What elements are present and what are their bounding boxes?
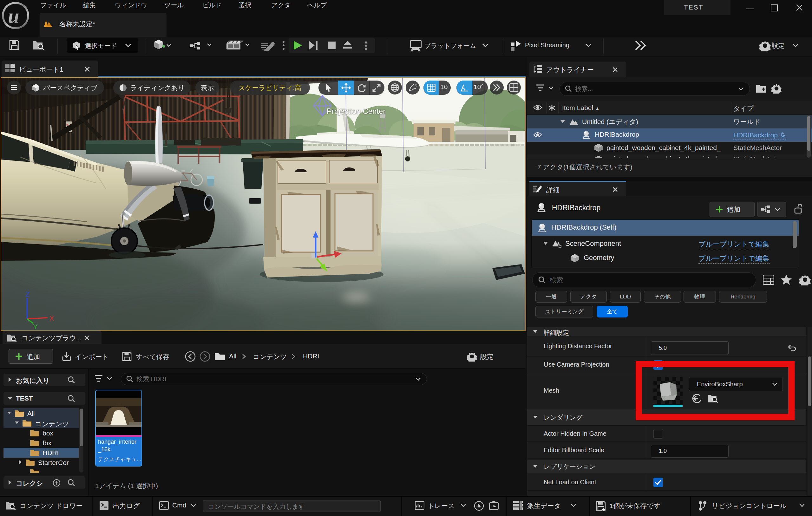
svg-text:X: X (50, 314, 54, 322)
svg-text:u: u (8, 5, 19, 27)
svg-text:Y: Y (33, 323, 38, 331)
svg-text:Z: Z (25, 290, 29, 298)
